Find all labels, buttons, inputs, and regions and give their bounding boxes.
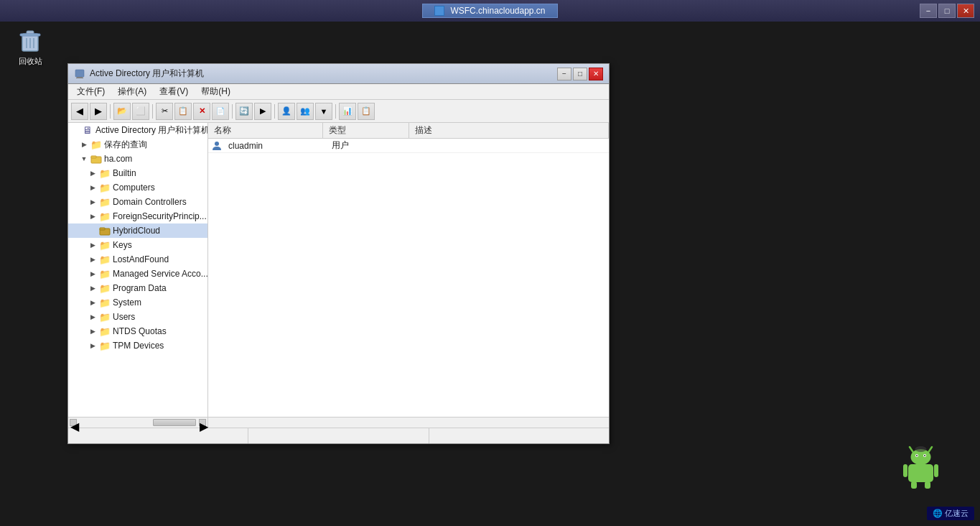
managed-icon: 📁 (99, 269, 111, 279)
delete-btn[interactable]: ✕ (193, 103, 210, 120)
taskbar-controls: − □ ✕ (920, 4, 974, 18)
svg-rect-15 (925, 481, 930, 489)
taskbar: WSFC.chinacloudapp.cn − □ ✕ (0, 0, 980, 22)
pd-label: Program Data (113, 283, 167, 293)
laf-arrow: ▶ (88, 255, 97, 264)
svg-rect-13 (934, 464, 938, 477)
dc-arrow: ▶ (88, 198, 97, 206)
new-user-btn[interactable]: 👤 (278, 103, 295, 120)
taskbar-minimize-btn[interactable]: − (920, 4, 937, 18)
recycle-bin-icon[interactable]: 回收站 (7, 23, 53, 70)
cut-btn[interactable]: ✂ (156, 103, 173, 120)
recycle-bin-label: 回收站 (19, 56, 42, 67)
list-content: cluadmin 用户 (208, 139, 609, 417)
foreign-arrow: ▶ (88, 212, 97, 221)
tree-item-tpm[interactable]: ▶ 📁 TPM Devices (68, 338, 207, 353)
status-bar (68, 428, 609, 443)
sys-icon: 📁 (99, 297, 111, 308)
forward-btn[interactable]: ▶ (90, 103, 107, 120)
filter-btn[interactable]: ▼ (315, 103, 332, 120)
menu-file[interactable]: 文件(F) (71, 84, 111, 99)
chart-btn[interactable]: 📊 (339, 103, 356, 120)
hybrid-label: HybridCloud (113, 226, 160, 236)
list-item[interactable]: cluadmin 用户 (208, 139, 609, 153)
svg-point-18 (924, 455, 925, 456)
tree-item-saved-queries[interactable]: ▶ 📁 保存的查询 (68, 137, 207, 152)
tree-item-lostandfound[interactable]: ▶ 📁 LostAndFound (68, 252, 207, 267)
ntds-label: NTDS Quotas (113, 326, 167, 336)
more-btn[interactable]: 📋 (358, 103, 375, 120)
tree-item-ntds[interactable]: ▶ 📁 NTDS Quotas (68, 324, 207, 338)
menu-bar: 文件(F) 操作(A) 查看(V) 帮助(H) (68, 84, 609, 100)
watermark: 🌐 亿速云 (927, 507, 974, 520)
status-cell-3 (429, 428, 609, 443)
ntds-arrow: ▶ (88, 327, 97, 336)
menu-view[interactable]: 查看(V) (154, 84, 194, 99)
tree-scrollbar[interactable]: ◀ ▶ (68, 417, 208, 428)
scroll-right-btn[interactable]: ▶ (199, 419, 206, 426)
toolbar-sep-1 (110, 104, 111, 119)
taskbar-maximize-btn[interactable]: □ (938, 4, 956, 18)
computers-label: Computers (113, 183, 155, 193)
toolbar-sep-4 (274, 104, 275, 119)
tree-item-foreign[interactable]: ▶ 📁 ForeignSecurityPrincip... (68, 209, 207, 223)
builtin-icon: 📁 (99, 168, 111, 178)
tpm-arrow: ▶ (88, 341, 97, 350)
toolbar: ◀ ▶ 📂 ⬜ ✂ 📋 ✕ 📄 🔄 ▶ 👤 👥 (68, 100, 609, 123)
refresh-btn[interactable]: 🔄 (235, 103, 253, 120)
users-icon: 📁 (99, 312, 111, 322)
saved-folder-icon: 📁 (90, 139, 102, 149)
column-headers: 名称 类型 描述 (208, 123, 609, 139)
computers-icon: 📁 (99, 183, 111, 193)
col-name[interactable]: 名称 (208, 123, 323, 138)
move-btn[interactable]: ▶ (254, 103, 271, 120)
col-type[interactable]: 类型 (323, 123, 409, 138)
taskbar-close-btn[interactable]: ✕ (957, 4, 974, 18)
users-label: Users (113, 312, 135, 322)
tree-item-system[interactable]: ▶ 📁 System (68, 295, 207, 310)
managed-arrow: ▶ (88, 269, 97, 278)
taskbar-window-button[interactable]: WSFC.chinacloudapp.cn (422, 4, 557, 18)
content-area: 🖥 Active Directory 用户和计算机 ▶ 📁 保存的查询 ▼ (68, 123, 609, 417)
tree-item-root[interactable]: 🖥 Active Directory 用户和计算机 (68, 123, 207, 137)
svg-rect-21 (76, 78, 83, 78)
keys-arrow: ▶ (88, 241, 97, 249)
window-maximize-btn[interactable]: □ (573, 68, 587, 80)
menu-action[interactable]: 操作(A) (112, 84, 152, 99)
svg-point-17 (916, 455, 918, 456)
svg-rect-14 (911, 481, 917, 489)
window-minimize-btn[interactable]: − (557, 68, 571, 80)
scroll-left-btn[interactable]: ◀ (70, 419, 77, 426)
tree-item-builtin[interactable]: ▶ 📁 Builtin (68, 166, 207, 180)
tree-item-domain-controllers[interactable]: ▶ 📁 Domain Controllers (68, 195, 207, 209)
toolbar-sep-5 (335, 104, 336, 119)
tree-item-computers[interactable]: ▶ 📁 Computers (68, 180, 207, 195)
pd-icon: 📁 (99, 283, 111, 293)
tree-item-managed[interactable]: ▶ 📁 Managed Service Acco... (68, 267, 207, 281)
tree-item-domain[interactable]: ▼ ha.com (68, 152, 207, 166)
folder-up-btn[interactable]: 📂 (113, 103, 131, 120)
properties-btn[interactable]: 📄 (212, 103, 229, 120)
col-desc[interactable]: 描述 (409, 123, 609, 138)
tpm-label: TPM Devices (113, 341, 164, 351)
copy-btn[interactable]: 📋 (174, 103, 192, 120)
tree-item-keys[interactable]: ▶ 📁 Keys (68, 238, 207, 252)
item-name: cluadmin (225, 141, 329, 151)
taskbar-window-title: WSFC.chinacloudapp.cn (450, 6, 545, 16)
tree-item-hybridcloud[interactable]: HybridCloud (68, 223, 207, 238)
back-btn[interactable]: ◀ (71, 103, 88, 120)
scrollbar-area: ◀ ▶ (68, 417, 609, 428)
window-icon (74, 68, 85, 80)
tree-item-users[interactable]: ▶ 📁 Users (68, 310, 207, 324)
foreign-icon: 📁 (99, 211, 111, 221)
menu-help[interactable]: 帮助(H) (195, 84, 236, 99)
new-window-btn[interactable]: ⬜ (132, 103, 149, 120)
keys-label: Keys (113, 240, 132, 250)
saved-label: 保存的查询 (104, 139, 147, 151)
scroll-thumb[interactable] (153, 419, 196, 426)
desktop: WSFC.chinacloudapp.cn − □ ✕ 回收站 (0, 0, 980, 526)
window-close-btn[interactable]: ✕ (589, 68, 603, 80)
item-type: 用户 (329, 139, 415, 152)
tree-item-programdata[interactable]: ▶ 📁 Program Data (68, 281, 207, 295)
new-group-btn[interactable]: 👥 (297, 103, 314, 120)
